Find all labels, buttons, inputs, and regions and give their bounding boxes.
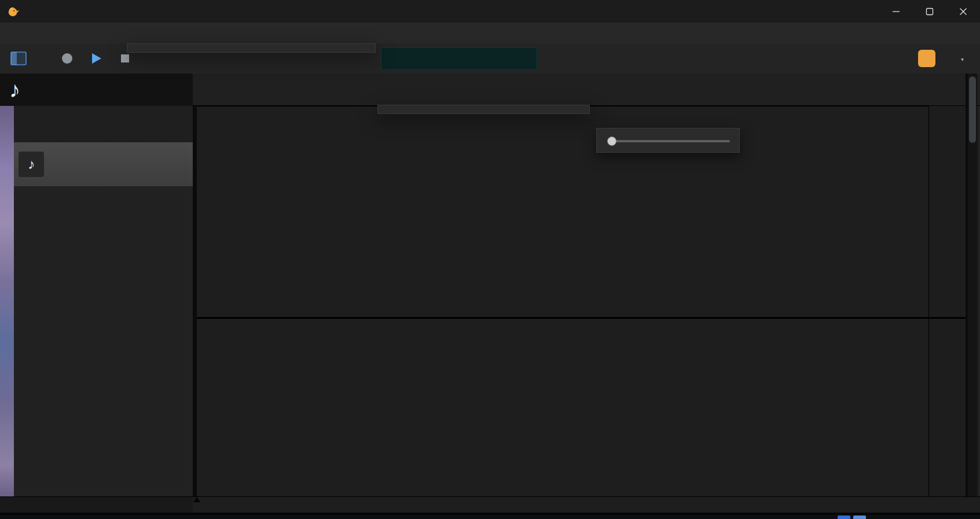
nav-forward-icon[interactable] (891, 51, 906, 66)
menubar (0, 23, 980, 43)
panel-divider (193, 106, 197, 496)
play-button[interactable] (87, 50, 105, 67)
control-menu (127, 43, 376, 53)
playback-options-submenu (377, 105, 590, 114)
track-list-icon[interactable] (950, 83, 963, 96)
scrollbar-thumb[interactable] (969, 76, 976, 143)
titlebar (0, 0, 980, 23)
close-button[interactable] (946, 0, 980, 23)
ocenaudio-logo-button[interactable] (918, 50, 935, 67)
taskbar-icon-1 (838, 516, 850, 519)
taskbar-icon-2 (853, 516, 866, 519)
selection-tool-button[interactable] (9, 50, 28, 67)
timeline-ruler[interactable] (193, 496, 980, 513)
speed-slider-popup (596, 128, 740, 153)
panel-header (14, 106, 193, 142)
pen-icon[interactable] (798, 51, 813, 66)
app-icon (7, 5, 20, 18)
nav-back-icon[interactable] (868, 51, 883, 66)
minimize-button[interactable] (879, 0, 913, 23)
speed-slider[interactable] (607, 140, 730, 142)
playhead-marker[interactable] (193, 497, 200, 502)
file-note-icon: ♪ (19, 152, 44, 177)
waveform-display[interactable] (197, 106, 928, 497)
time-display (381, 47, 537, 70)
history-icon[interactable] (945, 51, 960, 66)
speed-slider-handle[interactable] (607, 137, 616, 146)
vertical-scrollbar[interactable] (968, 73, 977, 496)
filter-icon[interactable] (110, 116, 125, 131)
amplitude-ruler (928, 106, 966, 496)
file-list-item[interactable]: ♪ (14, 142, 193, 186)
wallpaper-strip (0, 106, 14, 496)
maximize-button[interactable] (913, 0, 946, 23)
opened-files-panel: ♪ (0, 106, 193, 496)
app-window: ▾ ♪ ♪ (0, 0, 980, 519)
record-button[interactable] (58, 50, 76, 67)
history-caret-icon[interactable]: ▾ (961, 56, 964, 62)
channel-divider[interactable] (197, 317, 966, 319)
edit-toolbar (193, 73, 980, 106)
sidebar-logo-strip: ♪ (0, 73, 193, 106)
desktop-strip (0, 515, 980, 519)
music-note-icon: ♪ (9, 79, 20, 101)
